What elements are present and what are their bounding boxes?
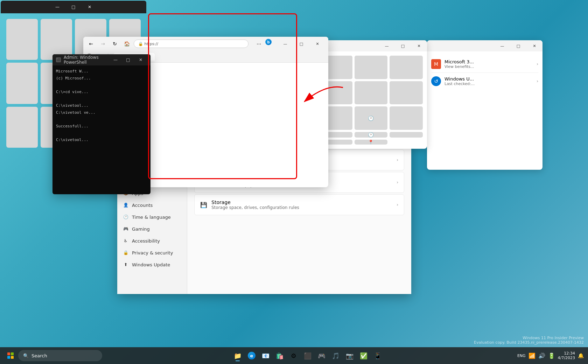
storage-row-icon: 💾 (200, 201, 207, 208)
taskbar-todo-icon[interactable]: ✅ (357, 349, 370, 362)
wu-close-btn[interactable]: ✕ (526, 40, 542, 51)
update-snap-cell-8[interactable]: 🕐 (355, 106, 388, 130)
gaming-icon: 🎮 (123, 226, 128, 232)
focus-chevron-icon: › (397, 158, 398, 162)
taskbar-xbox-icon[interactable]: 🎮 (315, 349, 328, 362)
watermark-line1: Windows 11 Pro Insider Preview (474, 336, 584, 340)
taskbar-date-display: 4/7/2023 (558, 356, 575, 360)
taskbar-app-icons: 📁 e 📧 🛍️ ⚙️ ⬛ 🎮 🎵 📷 ✅ 📱 (102, 349, 513, 362)
sidebar-item-gaming[interactable]: 🎮 Gaming (117, 223, 187, 235)
wu-chevron-icon: › (537, 79, 538, 84)
update-snap-cell-9[interactable] (390, 106, 423, 130)
terminal-content: Microsoft W... (c) Microsof... C:\>cd vi… (52, 65, 150, 147)
browser-refresh-icon[interactable]: ↻ (110, 39, 120, 49)
snap-minimize-btn[interactable]: — (49, 1, 65, 13)
wu-minimize-btn[interactable]: — (494, 40, 510, 51)
wu-update-row[interactable]: ↺ Windows U... Last checked:... › (431, 73, 538, 90)
privacy-icon: 🔒 (123, 250, 128, 255)
update-panel-minimize-btn[interactable]: — (379, 40, 395, 51)
taskbar-settings-icon[interactable]: ⚙️ (287, 349, 300, 362)
wu-panel-content: M Microsoft 3... View benefits... › ↺ Wi… (427, 51, 542, 94)
ms365-subtitle: View benefits... (444, 64, 474, 69)
ms365-update-row[interactable]: M Microsoft 3... View benefits... › (431, 56, 538, 73)
watermark-line2: Evaluation copy. Build 23435.ni_prerelea… (474, 340, 584, 345)
taskbar-battery-icon[interactable]: 🔋 (548, 352, 555, 359)
update-panel-maximize-btn[interactable]: □ (395, 40, 411, 51)
browser-home-icon[interactable]: 🏠 (122, 39, 132, 49)
search-magnifier-icon: 🔍 (23, 353, 29, 358)
sidebar-item-label: Accessibility (132, 238, 160, 244)
browser-url-bar[interactable]: 🔒 https:// (134, 40, 248, 48)
taskbar-edge-icon[interactable]: e (245, 349, 258, 362)
browser-minimize-btn[interactable]: — (277, 38, 293, 49)
browser-forward-icon[interactable]: → (98, 39, 108, 49)
terminal-minimize-btn[interactable]: — (109, 55, 122, 65)
wu-subtitle: Last checked:... (444, 82, 475, 86)
settings-row-storage[interactable]: 💾 Storage Storage space, drives, configu… (194, 194, 404, 215)
taskbar-phone-link-icon[interactable]: 📱 (371, 349, 384, 362)
update-snap-cell-14[interactable]: 📍 (355, 140, 388, 145)
accounts-icon: 👤 (123, 202, 128, 208)
taskbar-photos-icon[interactable]: 📷 (343, 349, 356, 362)
browser-more-icon[interactable]: ⋯ (254, 39, 264, 49)
sidebar-item-time[interactable]: 🕐 Time & language (117, 211, 187, 223)
update-snap-cell-5[interactable] (355, 81, 388, 105)
terminal-icon: ⬛ (56, 57, 61, 62)
red-arrow (276, 80, 346, 108)
snap-cell-3-1[interactable] (6, 107, 38, 148)
update-snap-cell-11[interactable]: 🕐 (355, 132, 388, 138)
update-snap-cell-12[interactable] (390, 132, 423, 138)
taskbar-store-icon[interactable]: 🛍️ (273, 349, 286, 362)
update-snap-cell-3[interactable] (390, 56, 423, 79)
update-panel-close-btn[interactable]: ✕ (411, 40, 427, 51)
wu-maximize-btn[interactable]: □ (510, 40, 526, 51)
taskbar-search-text: Search (31, 353, 47, 358)
update-snap-cell-6[interactable] (390, 81, 423, 105)
time-icon: 🕐 (123, 214, 128, 220)
power-chevron-icon: › (397, 180, 398, 185)
taskbar-notification-icon[interactable]: 🔔 (578, 353, 584, 358)
snap-title-controls: — □ ✕ (49, 1, 98, 13)
start-button[interactable] (4, 349, 17, 362)
terminal-maximize-btn[interactable]: □ (122, 55, 134, 65)
update-snap-cell-2[interactable] (355, 56, 388, 79)
watermark: Windows 11 Pro Insider Preview Evaluatio… (474, 336, 584, 345)
snap-cell-2-1[interactable] (6, 63, 38, 104)
wu-panel-titlebar: — □ ✕ (427, 40, 542, 51)
sidebar-item-label: Gaming (132, 226, 150, 232)
windows-update-icon: ⬆️ (123, 262, 128, 267)
browser-close-btn[interactable]: ✕ (309, 38, 326, 49)
accessibility-icon: ♿ (123, 238, 128, 244)
browser-back-icon[interactable]: ← (86, 39, 96, 49)
snap-maximize-btn[interactable]: □ (65, 1, 82, 13)
edge-bing-icon[interactable]: b (265, 39, 272, 45)
edge-taskbar-icon: e (248, 352, 255, 359)
taskbar-network-icon[interactable]: 📶 (528, 352, 536, 359)
sidebar-item-windows-update[interactable]: ⬆️ Windows Update (117, 259, 187, 271)
storage-row-subtitle: Storage space, drives, configuration rul… (211, 205, 299, 210)
taskbar-search-bar[interactable]: 🔍 Search (18, 350, 102, 361)
windows-logo-icon (7, 352, 14, 359)
taskbar-mail-icon[interactable]: 📧 (259, 349, 272, 362)
taskbar-spotify-icon[interactable]: 🎵 (329, 349, 342, 362)
snap-titlebar: — □ ✕ (1, 1, 146, 13)
taskbar-language-indicator[interactable]: ENG (517, 354, 526, 358)
snap-close-btn[interactable]: ✕ (82, 1, 98, 13)
sidebar-item-label: Accounts (132, 203, 153, 208)
sidebar-item-accessibility[interactable]: ♿ Accessibility (117, 235, 187, 247)
ms365-info: Microsoft 3... View benefits... (444, 59, 474, 69)
taskbar-clock[interactable]: 12:34 4/7/2023 (558, 351, 575, 360)
snap-cell-1-1[interactable] (6, 19, 38, 60)
update-panel-titlebar: — □ ✕ (315, 40, 427, 51)
terminal-close-btn[interactable]: ✕ (134, 55, 147, 65)
storage-chevron-icon: › (397, 202, 398, 207)
taskbar-terminal-icon[interactable]: ⬛ (301, 349, 314, 362)
taskbar-volume-icon[interactable]: 🔊 (538, 352, 545, 359)
sidebar-item-privacy[interactable]: 🔒 Privacy & security (117, 247, 187, 259)
sidebar-item-accounts[interactable]: 👤 Accounts (117, 199, 187, 211)
taskbar-system-tray: ENG 📶 🔊 🔋 12:34 4/7/2023 🔔 (513, 351, 588, 360)
wu-info: Windows U... Last checked:... (444, 76, 475, 86)
taskbar-file-explorer-icon[interactable]: 📁 (231, 349, 244, 362)
browser-maximize-btn[interactable]: □ (293, 38, 309, 49)
snap-cell-1-2[interactable] (41, 19, 72, 60)
